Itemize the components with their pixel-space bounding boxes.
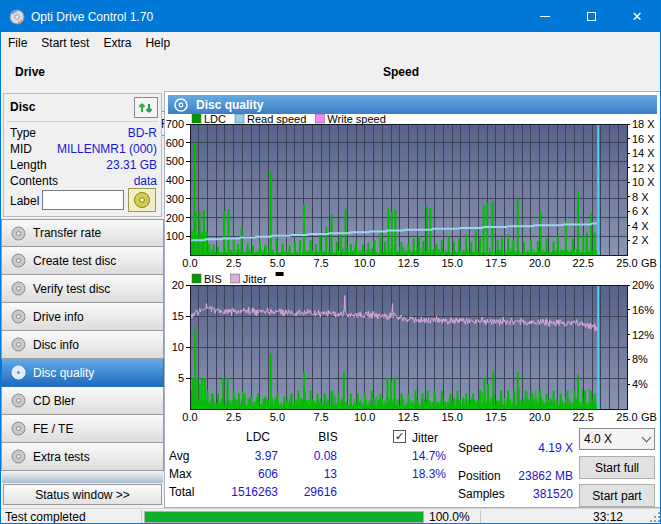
sidebar-item-create-test-disc[interactable]: Create test disc [1, 247, 164, 275]
sidebar-item-label: Disc info [33, 338, 79, 352]
status-window-label: Status window >> [35, 488, 130, 502]
app-window: Opti Drive Control 1.70 ✕ File Start tes… [0, 0, 661, 524]
status-text: Test completed [5, 510, 86, 524]
svg-text:12 X: 12 X [632, 162, 655, 174]
disc-type-label: Type [10, 126, 36, 140]
svg-text:GB: GB [641, 411, 657, 423]
svg-text:700: 700 [166, 118, 184, 130]
sidebar-gradient [2, 471, 163, 483]
toolbar: Drive (E:) PLEXTOR BD-R PX-LB950SA 1.06 … [1, 53, 660, 91]
sidebar-item-drive-info[interactable]: Drive info [1, 303, 164, 331]
refresh-icon [138, 100, 154, 116]
stats-row-label: Avg [169, 449, 189, 463]
start-part-label: Start part [592, 489, 641, 503]
svg-text:16%: 16% [632, 304, 654, 316]
sidebar-item-label: Extra tests [33, 450, 90, 464]
minimize-button[interactable] [522, 1, 568, 32]
speed-stat-value: 4.19 X [493, 441, 573, 455]
menu-item-extra[interactable]: Extra [96, 34, 138, 52]
disc-icon [11, 337, 26, 352]
stats-avg-bis: 0.08 [257, 449, 337, 463]
disc-length-label: Length [10, 158, 47, 172]
elapsed-time: 33:12 [483, 510, 623, 524]
svg-text:10.0: 10.0 [354, 411, 375, 423]
svg-text:20: 20 [172, 279, 184, 291]
svg-text:0.0: 0.0 [182, 411, 197, 423]
disc-icon [174, 98, 188, 112]
svg-text:7.5: 7.5 [313, 257, 328, 269]
sidebar-item-extra-tests[interactable]: Extra tests [1, 443, 164, 471]
svg-text:500: 500 [166, 155, 184, 167]
svg-text:6 X: 6 X [632, 205, 649, 217]
progress-bar [144, 511, 424, 523]
sidebar-item-cd-bler[interactable]: CD Bler [1, 387, 164, 415]
svg-text:18 X: 18 X [632, 118, 655, 130]
svg-text:Write speed: Write speed [327, 114, 386, 125]
svg-text:15.0: 15.0 [441, 257, 462, 269]
sidebar-item-verify-test-disc[interactable]: Verify test disc [1, 275, 164, 303]
svg-text:10: 10 [172, 341, 184, 353]
speed-stat-label: Speed [458, 441, 493, 455]
svg-text:22.5: 22.5 [573, 257, 594, 269]
disc-icon [133, 191, 151, 209]
speed-label: Speed [383, 65, 419, 79]
svg-text:2.5: 2.5 [226, 257, 241, 269]
main-panel: Disc quality 70060050040030020010018 X16… [164, 91, 661, 508]
disc-mid-label: MID [10, 142, 32, 156]
svg-text:10.0: 10.0 [354, 257, 375, 269]
svg-text:14 X: 14 X [632, 147, 655, 159]
resize-grip[interactable] [650, 512, 660, 522]
svg-text:25.0: 25.0 [616, 411, 637, 423]
svg-text:Read speed: Read speed [247, 114, 306, 125]
menu-item-help[interactable]: Help [138, 34, 177, 52]
disc-icon [11, 421, 26, 436]
sidebar-item-disc-info[interactable]: Disc info [1, 331, 164, 359]
stats-avg-jitter: 14.7% [366, 449, 446, 463]
svg-text:8%: 8% [632, 353, 648, 365]
maximize-button[interactable] [568, 1, 614, 32]
sidebar-item-fe-te[interactable]: FE / TE [1, 415, 164, 443]
start-part-button[interactable]: Start part [579, 484, 655, 507]
samples-stat-value: 381520 [493, 487, 573, 501]
svg-text:25.0: 25.0 [616, 257, 637, 269]
svg-text:5.0: 5.0 [270, 411, 285, 423]
statusbar-separator [141, 510, 142, 524]
svg-text:22.5: 22.5 [573, 411, 594, 423]
svg-text:BIS: BIS [204, 273, 222, 285]
svg-text:300: 300 [166, 193, 184, 205]
svg-text:10 X: 10 X [632, 176, 655, 188]
panel-header: Disc quality [168, 95, 657, 114]
disc-icon [11, 449, 26, 464]
disc-panel: Disc Type BD-R MID MILLENMR1 (000) Lengt… [3, 93, 162, 217]
start-full-button[interactable]: Start full [579, 456, 655, 479]
app-icon [9, 9, 25, 25]
maximize-icon [587, 12, 596, 21]
jitter-checkbox[interactable]: ✓ [393, 430, 406, 443]
sidebar-item-disc-quality[interactable]: Disc quality [1, 359, 164, 387]
svg-text:15.0: 15.0 [441, 411, 462, 423]
minimize-icon [540, 16, 550, 17]
menu-item-file[interactable]: File [1, 34, 34, 52]
svg-text:600: 600 [166, 137, 184, 149]
menu-item-start-test[interactable]: Start test [34, 34, 96, 52]
sidebar-item-label: FE / TE [33, 422, 73, 436]
disc-label-button[interactable] [128, 188, 156, 212]
disc-refresh-button[interactable] [134, 97, 158, 118]
svg-text:4 X: 4 X [632, 220, 649, 232]
disc-icon [11, 253, 26, 268]
close-icon: ✕ [632, 10, 643, 23]
svg-text:LDC: LDC [204, 114, 226, 125]
drive-label: Drive [15, 65, 45, 79]
disc-label-input[interactable] [42, 190, 124, 210]
status-window-button[interactable]: Status window >> [3, 484, 162, 505]
svg-text:12%: 12% [632, 329, 654, 341]
svg-text:2 X: 2 X [632, 234, 649, 246]
test-speed-select[interactable]: 4.0 X [579, 428, 655, 450]
disc-panel-title: Disc [10, 100, 35, 114]
statusbar: Test completed 100.0% 33:12 [1, 508, 661, 524]
sidebar-item-transfer-rate[interactable]: Transfer rate [1, 219, 164, 247]
svg-text:100: 100 [166, 230, 184, 242]
stats-header-jitter: Jitter [412, 431, 452, 445]
close-button[interactable]: ✕ [614, 1, 660, 32]
chevron-down-icon [642, 433, 652, 443]
